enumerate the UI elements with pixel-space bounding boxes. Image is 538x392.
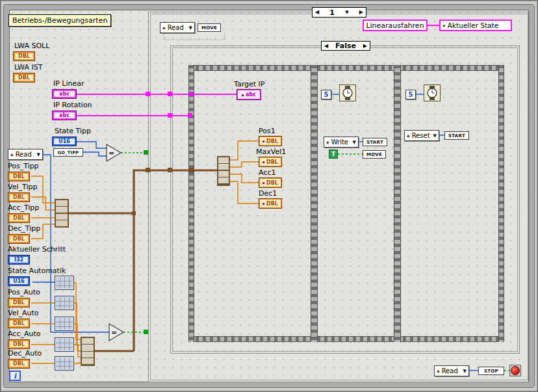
case-prev-icon[interactable]: ◀ [324,44,328,49]
state-tipp-terminal[interactable]: U16 [52,137,77,146]
dropdown-arrow-icon[interactable]: ▼ [433,133,437,138]
terminal-type: DBL [13,236,25,242]
linearausfahren-string-constant[interactable]: Linearausfahren [363,20,428,31]
indicator-arrow-icon: ▶ [263,202,265,205]
bundle-node-tipp[interactable] [55,199,69,228]
aktueller-schritt-terminal[interactable]: I32 [8,255,30,265]
terminal-type: DBL [13,361,25,367]
wait-ms-icon [340,86,355,100]
loop-condition-terminal[interactable] [509,365,521,376]
index-array-node-4[interactable] [55,337,74,352]
dec1-indicator[interactable]: ▶ DBL [259,198,282,209]
state-automatik-terminal[interactable]: U16 [8,276,30,286]
enum-ring-icon: ◆ [10,152,14,157]
terminal-type: DBL [13,215,25,221]
boolean-tunnels [144,150,148,334]
enum-value: Write [331,138,351,146]
wait-ms-icon [425,86,439,100]
terminal-type: U16 [13,278,25,284]
terminal-type: DBL [266,159,278,165]
write-enum[interactable]: ◆ Write ▼ [324,137,359,148]
move-item-top[interactable]: MOVE [198,23,221,32]
equal-function[interactable]: = [107,144,121,161]
read-enum-left[interactable]: ◆ Read ▼ [8,149,43,160]
enum-ring-icon: ◆ [437,369,440,373]
wait-ms-constant-frame3[interactable]: 5 [405,90,416,99]
aktueller-state-local-variable[interactable]: ▶ Aktueller State [439,20,512,31]
wait-ms-constant-frame2[interactable]: 5 [321,90,331,99]
terminal-type: abc [59,91,70,97]
unbundle-node[interactable] [217,156,230,186]
maxvel1-indicator[interactable]: ▶ DBL [259,157,282,167]
terminal-type: DBL [13,194,25,200]
dec-auto-label: Dec_Auto [8,349,42,358]
sequence-border-right [498,65,504,342]
terminal-type: DBL [13,300,25,306]
stop-condition-icon [511,366,520,375]
read-enum-top[interactable]: ◆ Read ▼ [160,22,195,33]
true-constant[interactable]: T [329,150,338,159]
index-array-node-2[interactable] [55,296,74,310]
dropdown-arrow-icon[interactable]: ▼ [189,25,192,31]
equal-sign-icon: = [111,328,117,337]
vel-tipp-terminal[interactable]: DBL [8,192,30,202]
case-next-icon[interactable]: ▶ [359,10,363,15]
case-selector-value[interactable]: 1 [329,8,335,17]
dec1-label: Dec1 [259,189,277,198]
index-array-node-1[interactable] [55,276,74,290]
terminal-type: DBL [266,201,278,207]
target-ip-label: Target IP [234,80,264,88]
pos-tipp-terminal[interactable]: DBL [8,172,30,181]
start-item-frame2[interactable]: START [363,138,387,146]
case-prev-icon[interactable]: ◀ [315,10,319,15]
indicator-arrow-icon: ▶ [263,139,265,143]
vel-auto-label: Vel_Auto [8,309,39,317]
acc-auto-terminal[interactable]: DBL [8,339,30,349]
terminal-type: DBL [13,320,25,326]
case-selector-boolean[interactable]: ◀ False ▶ [321,41,370,51]
case-next-icon[interactable]: ▶ [363,44,367,49]
pos-auto-terminal[interactable]: DBL [8,298,30,307]
terminal-type: DBL [266,138,278,144]
stop-item[interactable]: STOP [478,367,504,375]
wait-ms-node-frame2[interactable] [339,85,356,101]
wait-ms-node-frame3[interactable] [424,85,441,101]
terminal-type: I32 [14,257,23,263]
bundle-node-auto[interactable] [81,337,95,366]
lwa-ist-terminal[interactable]: DBL [13,73,35,83]
dropdown-arrow-icon[interactable]: ▼ [37,152,40,157]
loop-iteration-terminal[interactable]: i [9,371,21,381]
aktueller-schritt-label: Aktueller Schritt [8,245,66,254]
go-tipp-enum-constant[interactable]: GO_TIPP [53,148,83,157]
vel-auto-terminal[interactable]: DBL [8,319,30,328]
dec-auto-terminal[interactable]: DBL [8,359,30,369]
ip-linear-terminal[interactable]: abc [52,89,77,99]
reset-enum[interactable]: ◆ Reset ▼ [404,130,439,141]
pos1-indicator[interactable]: ▶ DBL [259,136,282,146]
equal-function-2[interactable]: = [109,324,123,341]
lwa-soll-terminal[interactable]: DBL [13,51,35,61]
read-enum-bottom[interactable]: ◆ Read ▼ [434,365,469,376]
dropdown-arrow-icon[interactable]: ▼ [463,369,467,374]
diagram-title-label: Betriebs-/Bewegungsarten [8,14,111,27]
dropdown-arrow-icon[interactable]: ▼ [353,140,356,145]
dec-tipp-terminal[interactable]: DBL [8,234,30,244]
enum-value: Read [16,151,35,158]
index-array-node-5[interactable] [55,356,74,371]
dropdown-arrow-icon[interactable]: ▼ [345,10,348,15]
dec-tipp-label: Dec_Tipp [8,224,40,233]
case-selector-value[interactable]: False [335,42,356,50]
enum-value: Reset [412,132,431,139]
acc-tipp-terminal[interactable]: DBL [8,213,30,223]
indicator-arrow-icon: ▶ [443,23,446,27]
ip-rotation-terminal[interactable]: abc [52,111,77,120]
block-diagram-canvas: = = Betriebs-/Bewegungsarten LWA SOLL DB… [0,0,538,392]
case-selector-numeric[interactable]: ◀ 1 ▼ ▶ [312,7,366,18]
index-array-node-3[interactable] [55,317,74,331]
enum-ring-icon: ◆ [162,25,166,30]
target-ip-indicator[interactable]: ▶ abc [237,89,261,100]
acc1-indicator[interactable]: ▶ DBL [259,177,282,188]
acc-tipp-label: Acc_Tipp [8,203,39,212]
start-item-frame3[interactable]: START [444,131,469,140]
move-item-frame2[interactable]: MOVE [363,150,386,159]
